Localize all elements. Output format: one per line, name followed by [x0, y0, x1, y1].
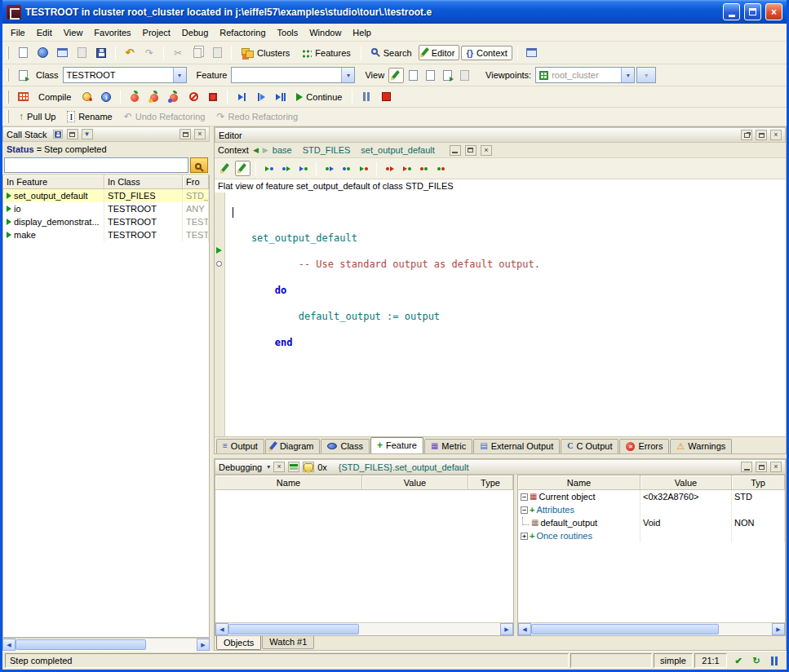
edit-flat-button[interactable] — [235, 161, 250, 176]
menu-window[interactable]: Window — [304, 25, 347, 40]
history-back-icon[interactable]: ◀ — [253, 146, 259, 154]
class-combo-dropdown[interactable]: ▾ — [173, 68, 186, 82]
scroll-right-arrow[interactable]: ▶ — [772, 623, 785, 635]
step-over-button[interactable] — [252, 88, 270, 106]
hex-format-label[interactable]: 0x — [317, 462, 327, 472]
show-callers-button[interactable] — [261, 161, 277, 176]
step-into-button[interactable] — [233, 88, 250, 106]
history-forward-icon[interactable]: ▶ — [263, 146, 268, 154]
objects-col-name[interactable]: Name — [518, 475, 641, 490]
stack-filter-button[interactable] — [190, 157, 208, 173]
assertions-button[interactable] — [78, 88, 95, 106]
search-button[interactable]: Search — [366, 46, 417, 60]
tab-warnings[interactable]: ⚠Warnings — [670, 439, 732, 453]
code-editor[interactable]: set_output_default -- Use standard outpu… — [225, 192, 786, 436]
features-button[interactable]: Features — [296, 46, 355, 60]
set-stack-depth-button[interactable] — [67, 129, 78, 139]
tab-objects[interactable]: Objects — [216, 636, 261, 650]
col-from[interactable]: Fro — [183, 175, 209, 189]
show-callees-button[interactable] — [278, 161, 294, 176]
paste-button[interactable] — [208, 44, 226, 62]
menu-favorites[interactable]: Favorites — [88, 25, 136, 40]
clients-button[interactable] — [416, 161, 432, 176]
watch-hscrollbar[interactable]: ◀ ▶ — [215, 622, 513, 635]
col-in-class[interactable]: In Class — [104, 175, 183, 189]
viewpoints-combo-dropdown[interactable]: ▾ — [621, 68, 634, 82]
col-in-feature[interactable]: In Feature — [3, 175, 104, 189]
call-stack-titlebar[interactable]: Call Stack ▼ × — [2, 126, 210, 142]
stop-button[interactable] — [377, 88, 395, 106]
expand-icon[interactable]: + — [521, 533, 528, 540]
close-button[interactable]: × — [765, 3, 782, 20]
editor-undock-button[interactable] — [741, 130, 752, 140]
copy-button[interactable] — [188, 44, 206, 62]
exchange-view-button[interactable] — [288, 462, 299, 472]
debugging-close-button[interactable]: × — [770, 462, 782, 472]
toolbar-grip[interactable] — [7, 46, 9, 60]
feature-combo[interactable]: ▾ — [231, 67, 355, 83]
menu-edit[interactable]: Edit — [31, 25, 58, 40]
watch-table-body[interactable] — [215, 490, 513, 622]
tab-external-output[interactable]: ▤External Output — [473, 439, 560, 453]
pause-button[interactable] — [357, 88, 375, 106]
menu-tools[interactable]: Tools — [272, 25, 304, 40]
class-combo[interactable]: TESTROOT ▾ — [63, 67, 187, 83]
objects-col-type[interactable]: Typ — [732, 475, 785, 490]
remove-breakpoints-button[interactable] — [204, 88, 222, 106]
call-stack-close-button[interactable]: × — [194, 129, 206, 139]
crumb-class[interactable]: STD_FILES — [303, 145, 351, 155]
context-close-button[interactable]: × — [481, 145, 492, 156]
scroll-left-arrow[interactable]: ◀ — [2, 639, 16, 651]
toolbar-grip[interactable] — [7, 69, 9, 82]
call-stack-hscrollbar[interactable]: ◀ ▶ — [2, 638, 210, 651]
menu-file[interactable]: File — [5, 25, 31, 40]
title-bar[interactable]: TESTROOT in cluster root_cluster located… — [2, 0, 787, 24]
drop-class-button[interactable] — [14, 66, 32, 84]
debugging-minimize-button[interactable] — [741, 462, 752, 472]
scroll-left-arrow[interactable]: ◀ — [215, 623, 228, 635]
tab-metric[interactable]: ▦Metric — [424, 439, 472, 453]
edit-feature-button[interactable] — [218, 161, 233, 176]
editor-maximize-button[interactable] — [756, 130, 767, 140]
feature-combo-dropdown[interactable]: ▾ — [341, 68, 354, 82]
stack-frame-row[interactable]: make TESTROOT TEST — [3, 228, 209, 241]
viewpoints-aux-combo[interactable]: ▾ — [636, 67, 656, 83]
view-clickable-button[interactable] — [423, 68, 438, 83]
menu-debug[interactable]: Debug — [176, 25, 214, 40]
debugging-tool-close-button[interactable]: × — [273, 462, 285, 472]
object-row-attributes[interactable]: −+Attributes — [518, 503, 785, 516]
watch-col-type[interactable]: Type — [468, 475, 513, 490]
context-toggle-button[interactable]: {}Context — [461, 46, 512, 60]
disable-breakpoints-button[interactable] — [184, 88, 202, 106]
show-implementers-button[interactable] — [356, 161, 371, 176]
open-button[interactable] — [33, 44, 51, 62]
cut-button[interactable]: ✂ — [169, 44, 187, 62]
tab-errors[interactable]: ×Errors — [619, 439, 669, 453]
tab-output[interactable]: ≡Output — [216, 439, 264, 453]
menu-project[interactable]: Project — [137, 25, 176, 40]
collapse-icon[interactable]: − — [521, 506, 528, 514]
save-button[interactable] — [73, 44, 91, 62]
menu-refactoring[interactable]: Refactoring — [214, 25, 271, 40]
rename-button[interactable]: IRename — [62, 108, 117, 125]
suppliers-button[interactable] — [433, 161, 449, 176]
scroll-thumb[interactable] — [16, 639, 146, 650]
objects-hscrollbar[interactable]: ◀ ▶ — [518, 622, 785, 635]
stack-filter-input[interactable] — [4, 157, 188, 173]
new-window-button[interactable] — [53, 44, 71, 62]
tab-watch-1[interactable]: Watch #1 — [262, 636, 314, 649]
debug-run-button[interactable] — [126, 88, 144, 106]
tab-feature[interactable]: +Feature — [370, 437, 423, 453]
scroll-thumb[interactable] — [531, 624, 719, 634]
view-contract-button[interactable] — [440, 68, 455, 83]
tab-diagram[interactable]: Diagram — [265, 439, 321, 453]
stack-frame-row[interactable]: io TESTROOT ANY — [3, 202, 209, 215]
debugging-maximize-button[interactable] — [756, 462, 767, 472]
save-call-stack-button[interactable] — [53, 130, 63, 139]
clusters-button[interactable]: Clusters — [237, 46, 295, 60]
watch-button[interactable] — [303, 462, 314, 472]
scroll-right-arrow[interactable]: ▶ — [500, 623, 513, 635]
editor-close-button[interactable]: × — [770, 130, 782, 140]
show-assignees-button[interactable] — [321, 161, 337, 176]
object-row-current[interactable]: −▦Current object <0x32A8760> STD — [518, 490, 785, 503]
